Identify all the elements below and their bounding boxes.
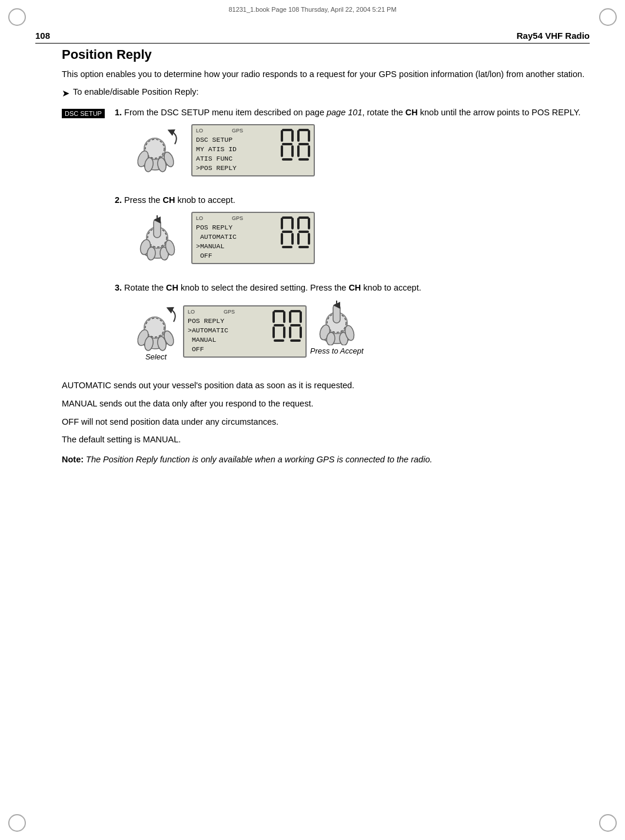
default-text: The default setting is MANUAL. (62, 434, 590, 446)
step-3-digits (271, 309, 303, 343)
svg-rect-51 (283, 311, 285, 323)
step-1-page-ref: page 101 (327, 108, 362, 117)
step-1-lcd-text: DSC SETUP MY ATIS ID ATIS FUNC >POS REPL… (196, 135, 277, 173)
step-2-lcd-lo: LO (196, 215, 203, 221)
note-content: The Position Reply function is only avai… (84, 455, 432, 464)
dsc-setup-badge: DSC SETUP (62, 109, 105, 118)
select-label: Select (145, 352, 167, 361)
svg-rect-30 (291, 218, 294, 229)
svg-rect-31 (291, 233, 294, 245)
svg-rect-57 (290, 310, 301, 312)
step-1-lcd-toprow: LO GPS (196, 128, 277, 134)
svg-rect-15 (308, 130, 310, 142)
svg-rect-53 (274, 339, 284, 342)
digit-1a (280, 128, 295, 162)
svg-rect-20 (298, 143, 309, 145)
svg-rect-71 (333, 304, 340, 323)
step-3-lcd-text: POS REPLY >AUTOMATIC MANUAL OFF (188, 316, 269, 354)
intro-text: This option enables you to determine how… (62, 68, 590, 81)
rotate-knob-1 (132, 126, 185, 174)
step-2-row: 2. Press the CH knob to accept. (62, 194, 590, 274)
svg-rect-54 (272, 326, 275, 338)
step-3-lcd: LO GPS POS REPLY >AUTOMATIC MANUAL OFF (183, 305, 307, 358)
corner-decoration-bl (8, 814, 26, 832)
step-2-lcd-toprow: LO GPS (196, 215, 277, 221)
svg-rect-58 (300, 311, 302, 323)
svg-rect-28 (154, 219, 161, 238)
step-2-text: 2. Press the CH knob to accept. (115, 194, 590, 207)
corner-decoration-tr (599, 8, 617, 26)
svg-rect-13 (282, 143, 292, 145)
svg-rect-60 (290, 339, 301, 342)
svg-rect-12 (281, 130, 283, 142)
description-automatic: AUTOMATIC sends out your vessel's positi… (62, 379, 590, 392)
press-knob-3 (313, 299, 360, 345)
step-2-left (62, 194, 115, 195)
step-1-lcd-gps: GPS (232, 128, 243, 134)
section-heading: Position Reply (62, 47, 590, 62)
step-1-row: DSC SETUP 1. From the DSC SETUP menu ite… (62, 106, 590, 186)
svg-rect-63 (290, 324, 301, 326)
svg-rect-39 (298, 246, 309, 248)
note-text: Note: The Position Reply function is onl… (62, 454, 590, 466)
step-3-press-knob: Press to Accept (310, 299, 364, 355)
svg-rect-29 (282, 216, 292, 219)
svg-rect-34 (281, 218, 283, 229)
step-3-row: 3. Rotate the CH knob to select the desi… (62, 282, 590, 371)
page-header: 108 Ray54 VHF Radio (35, 31, 590, 44)
svg-rect-56 (274, 324, 284, 326)
svg-rect-33 (281, 233, 283, 245)
svg-rect-9 (291, 145, 294, 157)
digit-2a (280, 215, 295, 249)
step-2-digits (280, 215, 311, 249)
step-3-lcd-lo: LO (188, 309, 195, 315)
press-knob-2 (132, 214, 185, 261)
step-1-lcd: LO GPS DSC SETUP MY ATIS ID ATIS FUNC >P… (191, 124, 315, 176)
svg-rect-38 (308, 233, 310, 245)
step-3-left (62, 282, 115, 283)
step-1-number: 1. (115, 108, 122, 117)
svg-rect-7 (282, 129, 292, 131)
step-3-diagram: Select LO GPS POS REPLY >AUTOMATIC MANUA… (132, 299, 590, 361)
svg-rect-14 (298, 129, 309, 131)
step-1-left: DSC SETUP (62, 106, 115, 118)
press-to-accept-label: Press to Accept (310, 346, 364, 355)
page-title: Ray54 VHF Radio (517, 31, 590, 41)
step-1-right: 1. From the DSC SETUP menu item describe… (115, 106, 590, 186)
svg-rect-18 (297, 145, 300, 157)
svg-rect-41 (297, 218, 300, 229)
file-info: 81231_1.book Page 108 Thursday, April 22… (35, 6, 590, 13)
svg-rect-52 (283, 326, 285, 338)
step-1-text: 1. From the DSC SETUP menu item describe… (115, 106, 590, 119)
step-2-diagram: LO GPS POS REPLY AUTOMATIC >MANUAL OFF (132, 212, 590, 264)
svg-rect-55 (272, 311, 275, 323)
svg-rect-8 (291, 130, 294, 142)
step-3-lcd-gps: GPS (224, 309, 235, 315)
corner-decoration-tl (8, 8, 26, 26)
digit-1b (296, 128, 311, 162)
svg-rect-59 (300, 326, 302, 338)
step-1-lcd-lo: LO (196, 128, 203, 134)
svg-rect-42 (298, 231, 309, 233)
svg-rect-19 (297, 130, 300, 142)
digit-3b (288, 309, 303, 343)
step-2-lcd-gps: GPS (232, 215, 243, 221)
digit-2b (296, 215, 311, 249)
step-2-knob (132, 214, 185, 261)
step-3-rotate-knob: Select (132, 305, 179, 361)
svg-rect-10 (282, 158, 292, 161)
svg-rect-17 (298, 158, 309, 161)
note-label: Note: (62, 455, 84, 464)
arrow-icon: ➤ (62, 86, 69, 101)
svg-rect-61 (289, 326, 291, 338)
step-1-digits (280, 128, 311, 162)
svg-rect-36 (298, 216, 309, 219)
step-2-lcd-text: POS REPLY AUTOMATIC >MANUAL OFF (196, 223, 277, 261)
svg-rect-32 (282, 246, 292, 248)
corner-decoration-br (599, 814, 617, 832)
step-3-lcd-toprow: LO GPS (188, 309, 269, 315)
step-3-number: 3. (115, 283, 122, 292)
step-3-right: 3. Rotate the CH knob to select the desi… (115, 282, 590, 371)
step-1-knob (132, 126, 185, 174)
enable-instruction: ➤ To enable/disable Position Reply: (62, 86, 590, 101)
